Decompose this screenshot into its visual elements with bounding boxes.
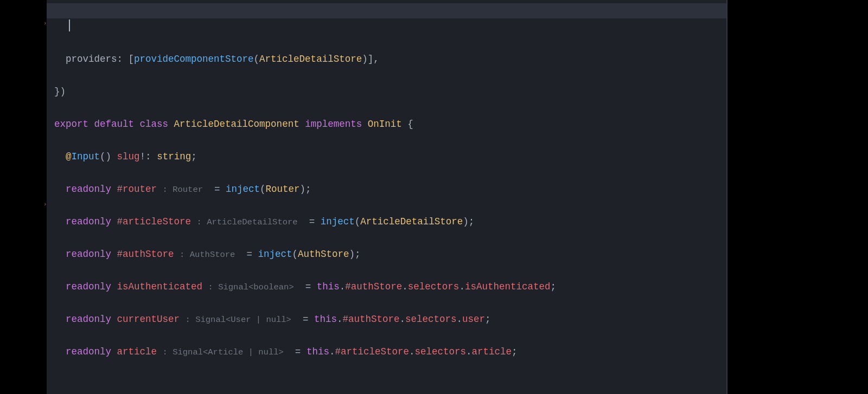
right-panel	[727, 0, 868, 394]
token-class: OnInit	[368, 119, 402, 130]
token-identifier: isAuthenticated	[465, 281, 551, 292]
token-class: Router	[266, 184, 300, 195]
token-class: AuthStore	[298, 249, 349, 260]
inlay-hint: : ArticleDetailStore	[197, 217, 298, 227]
token-function: inject	[321, 216, 355, 227]
token-keyword: readonly	[66, 249, 111, 260]
vcs-gutter[interactable]: › ›	[42, 0, 47, 394]
token-keyword: readonly	[66, 184, 111, 195]
token-identifier: slug	[117, 151, 140, 162]
inlay-hint: : Router	[163, 185, 203, 195]
inlay-hint: : Signal<Article | null>	[163, 347, 284, 357]
inlay-hint: : Signal<boolean>	[208, 282, 294, 292]
token-identifier: #articleStore	[335, 346, 409, 357]
token-class: ArticleDetailStore	[360, 216, 463, 227]
inlay-hint: : Signal<User | null>	[186, 315, 291, 325]
token-keyword: this	[314, 314, 337, 325]
text-caret	[69, 20, 70, 31]
inlay-hint: : AuthStore	[180, 250, 235, 260]
token-identifier: #authStore	[345, 281, 402, 292]
token-identifier: #articleStore	[117, 216, 192, 227]
token-function: provideComponentStore	[134, 54, 254, 64]
token-keyword: readonly	[66, 346, 111, 357]
gutter-left	[0, 0, 42, 394]
token-keyword: readonly	[66, 314, 111, 325]
code-content[interactable]: providers: [provideComponentStore(Articl…	[47, 2, 727, 394]
code-editor[interactable]: providers: [provideComponentStore(Articl…	[47, 0, 727, 394]
token-function: inject	[226, 184, 260, 195]
token-identifier: isAuthenticated	[117, 281, 203, 292]
token-property: providers	[66, 54, 117, 64]
token-identifier: article	[117, 346, 157, 357]
token-keyword: class	[140, 119, 169, 130]
token-identifier: article	[471, 346, 512, 357]
token-function: inject	[258, 249, 292, 260]
editor-window: › › providers: [provideComponentStore(Ar…	[0, 0, 868, 394]
token-identifier: selectors	[408, 281, 459, 292]
token-identifier: user	[462, 314, 485, 325]
token-decorator: Input	[72, 151, 100, 162]
token-identifier: selectors	[414, 346, 466, 357]
token-identifier: #authStore	[343, 314, 400, 325]
token-keyword: this	[317, 281, 340, 292]
token-type: string	[157, 151, 191, 162]
token-keyword: export	[54, 119, 88, 130]
token-identifier: #router	[117, 184, 157, 195]
token-keyword: this	[307, 346, 329, 357]
token-class: ArticleDetailStore	[259, 54, 362, 64]
token-keyword: default	[94, 119, 135, 130]
token-keyword: implements	[305, 119, 362, 130]
token-identifier: selectors	[405, 314, 457, 325]
token-keyword: readonly	[66, 281, 111, 292]
token-identifier: #authStore	[117, 249, 174, 260]
token-class: ArticleDetailComponent	[174, 119, 299, 130]
token-identifier: currentUser	[117, 314, 180, 325]
token-keyword: readonly	[66, 216, 111, 227]
